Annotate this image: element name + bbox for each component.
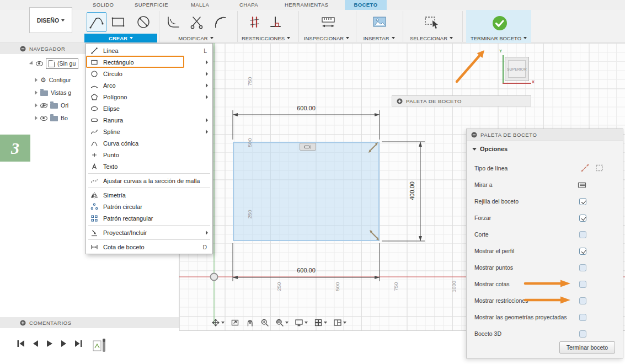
create-dropdown[interactable]: CREAR <box>84 34 157 42</box>
menu-item-texto[interactable]: Texto <box>86 160 212 172</box>
menu-item-rectangulo[interactable]: Rectángulo <box>86 56 212 68</box>
zoom-button[interactable] <box>260 318 269 327</box>
construction-line-icon[interactable] <box>595 164 604 173</box>
browser-row-sketches[interactable]: Bo <box>35 112 68 124</box>
visibility-eye-icon[interactable] <box>40 116 47 121</box>
design-workspace-selector[interactable]: DISEÑO <box>29 7 72 33</box>
tab-solido[interactable]: SOLIDO <box>93 0 114 10</box>
browser-row-origin[interactable]: Ori <box>35 99 68 111</box>
snap-checkbox[interactable] <box>579 215 586 222</box>
dimension-value[interactable]: 600.00 <box>292 267 320 274</box>
viewports-button[interactable] <box>333 318 346 327</box>
constraints-checkbox[interactable] <box>579 297 586 304</box>
grid-checkbox[interactable] <box>579 198 586 205</box>
selection-mini-toolbar[interactable] <box>300 143 316 151</box>
look-at-icon[interactable] <box>578 181 586 189</box>
display-settings-button[interactable] <box>295 318 308 327</box>
play-button[interactable] <box>45 340 54 347</box>
menu-item-curva-conica[interactable]: Curva cónica <box>86 137 212 149</box>
browser-row-named-views[interactable]: Vistas g <box>35 87 71 99</box>
tab-herramientas[interactable]: HERRAMIENTAS <box>285 0 329 10</box>
step-back-button[interactable] <box>31 340 40 347</box>
viewcube-x-label: X <box>532 79 535 84</box>
visibility-eye-off-icon[interactable] <box>40 103 47 108</box>
offset-tool-button[interactable] <box>210 12 230 32</box>
perpendicular-constraint-button[interactable] <box>265 12 285 32</box>
browser-row-settings[interactable]: ⚙ Configur <box>35 74 71 86</box>
menu-item-linea[interactable]: Línea L <box>86 45 212 56</box>
browser-root-row[interactable]: (Sin gu <box>30 57 78 69</box>
collapse-minus-icon[interactable] <box>20 46 26 52</box>
timeline-sketch-feature[interactable] <box>93 336 108 354</box>
document-icon <box>49 60 55 67</box>
insert-image-button[interactable] <box>370 12 389 32</box>
dropdown-caret-icon <box>221 322 225 324</box>
visibility-eye-icon[interactable] <box>36 61 43 66</box>
go-to-end-button[interactable] <box>74 340 83 347</box>
slice-checkbox[interactable] <box>579 231 586 238</box>
orbit-button[interactable] <box>211 318 225 327</box>
finish-sketch-button[interactable]: Terminar boceto <box>559 341 615 354</box>
profile-checkbox[interactable] <box>579 248 586 255</box>
options-section-header[interactable]: Opciones <box>467 141 623 157</box>
folder-icon <box>50 103 58 109</box>
go-to-start-button[interactable] <box>17 340 25 347</box>
menu-item-ranura[interactable]: Ranura <box>86 114 212 126</box>
finish-sketch-dropdown[interactable]: TERMINAR BOCETO <box>463 34 534 42</box>
menu-item-elipse[interactable]: Elipse <box>86 103 212 114</box>
line-tool-button[interactable] <box>87 12 106 32</box>
dimension-value[interactable]: 400.00 <box>409 178 415 204</box>
finish-sketch-check-icon[interactable] <box>490 13 510 33</box>
fit-view-button[interactable] <box>231 318 239 327</box>
dropdown-caret-icon <box>324 322 327 324</box>
dropdown-caret-icon <box>130 37 133 39</box>
step-forward-button[interactable] <box>60 340 68 347</box>
collapse-minus-icon[interactable] <box>471 132 477 138</box>
menu-item-arco[interactable]: Arco <box>86 79 212 91</box>
figure-number-badge: 3 <box>0 135 30 162</box>
select-dropdown[interactable]: SELECCIONAR <box>396 34 467 42</box>
projected-geometry-checkbox[interactable] <box>579 314 586 321</box>
sketch-palette-collapsed-bar[interactable]: PALETA DE BOCETO <box>392 95 531 106</box>
pan-button[interactable] <box>245 318 254 327</box>
tab-chapa[interactable]: CHAPA <box>239 0 258 10</box>
document-name-box[interactable]: (Sin gu <box>46 58 78 69</box>
measure-tool-button[interactable] <box>318 12 338 32</box>
dimension-value[interactable]: 600.00 <box>292 105 320 111</box>
select-tool-button[interactable] <box>421 12 441 32</box>
tab-superficie[interactable]: SUPERFICIE <box>135 0 168 10</box>
parallel-constraint-button[interactable] <box>244 12 264 32</box>
comments-bar[interactable]: COMENTARIOS <box>0 317 179 328</box>
points-checkbox[interactable] <box>579 264 586 271</box>
expand-arrow-icon[interactable] <box>35 116 38 120</box>
menu-item-proyectar-incluir[interactable]: Proyectar/Incluir <box>86 227 212 238</box>
zoom-window-button[interactable] <box>275 318 289 327</box>
sketch3d-checkbox[interactable] <box>579 330 586 338</box>
tab-malla[interactable]: MALLA <box>191 0 209 10</box>
menu-item-cota-de-boceto[interactable]: Cota de boceto D <box>86 241 212 253</box>
menu-item-punto[interactable]: Punto <box>86 149 212 160</box>
expand-arrow-icon[interactable] <box>35 90 38 95</box>
menu-item-patron-circular[interactable]: Patrón circular <box>86 201 212 212</box>
menu-item-poligono[interactable]: Polígono <box>86 91 212 103</box>
menu-item-simetria[interactable]: Simetría <box>86 189 212 201</box>
trim-tool-button[interactable] <box>187 12 207 32</box>
expand-arrow-icon[interactable] <box>35 78 38 82</box>
menu-item-spline[interactable]: Spline <box>86 126 212 137</box>
rectangle-tool-button[interactable] <box>108 12 128 32</box>
rectangle-icon <box>89 58 99 66</box>
tab-boceto[interactable]: BOCETO <box>345 0 387 10</box>
circle-icon <box>89 69 99 78</box>
centerline-icon[interactable] <box>581 164 590 173</box>
menu-item-circulo[interactable]: Círculo <box>86 68 212 79</box>
dimensions-checkbox[interactable] <box>579 281 586 288</box>
menu-item-patron-rectangular[interactable]: Patrón rectangular <box>86 212 212 224</box>
circle-tool-button[interactable] <box>133 12 153 32</box>
expand-arrow-icon[interactable] <box>35 103 38 108</box>
fillet-tool-button[interactable] <box>164 12 184 32</box>
grid-settings-button[interactable] <box>314 318 327 327</box>
modify-dropdown[interactable]: MODIFICAR <box>160 34 232 42</box>
view-cube[interactable]: SUPERIOR <box>505 57 529 81</box>
viewcube-top-face[interactable]: SUPERIOR <box>508 60 526 78</box>
menu-item-ajustar-curvas[interactable]: Ajustar curvas a la sección de malla <box>86 175 212 186</box>
